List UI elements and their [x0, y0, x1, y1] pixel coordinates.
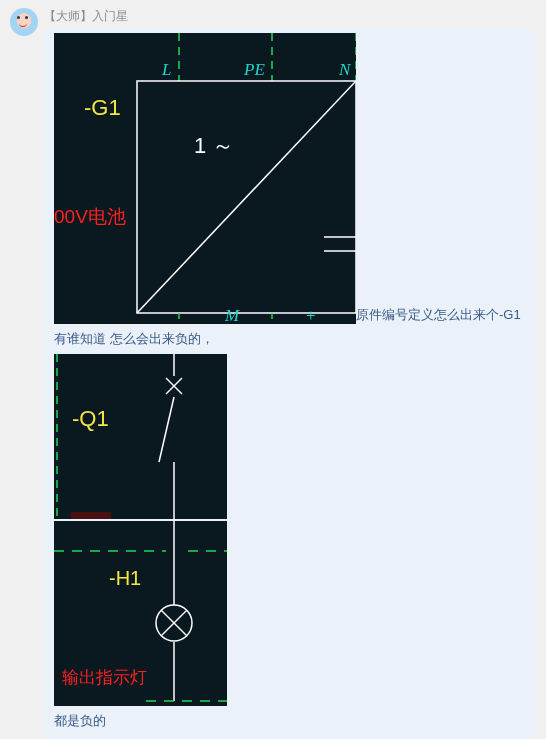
text-line-3: 都是负的 [54, 712, 526, 730]
terminal-label-L: L [161, 60, 171, 79]
terminal-label-M: M [224, 306, 240, 324]
symbol-1wave: 1 ～ [194, 133, 234, 158]
username-label[interactable]: 【大师】入门星 [44, 8, 536, 25]
text-line-2: 有谁知道 怎么会出来负的， [54, 330, 526, 348]
text-after-img1: 原件编号定义怎么出来个-G1 [356, 307, 521, 322]
terminal-label-PE: PE [243, 60, 265, 79]
message-bubble: L PE N 1 ～ -G1 00V电池 [44, 29, 536, 739]
message-column: 【大师】入门星 L PE N 1 ～ [44, 8, 536, 739]
cad-screenshot-1: L PE N 1 ～ -G1 00V电池 [54, 33, 356, 324]
svg-line-11 [159, 397, 174, 462]
terminal-label-plus: + [306, 306, 316, 324]
component-id-Q1: -Q1 [72, 406, 109, 431]
cad-screenshot-2: -Q1 [54, 354, 227, 519]
svg-line-4 [137, 81, 356, 313]
component-id-H1: -H1 [109, 567, 141, 589]
output-indicator-label: 输出指示灯 [62, 668, 147, 687]
avatar[interactable] [10, 8, 38, 36]
chat-message: 【大师】入门星 L PE N 1 ～ [0, 0, 546, 739]
component-id-G1: -G1 [84, 95, 121, 120]
svg-rect-15 [71, 512, 111, 519]
cad-screenshot-3: -H1 输出指示灯 [54, 521, 227, 706]
battery-label: 00V电池 [54, 206, 126, 227]
terminal-label-N: N [338, 60, 352, 79]
